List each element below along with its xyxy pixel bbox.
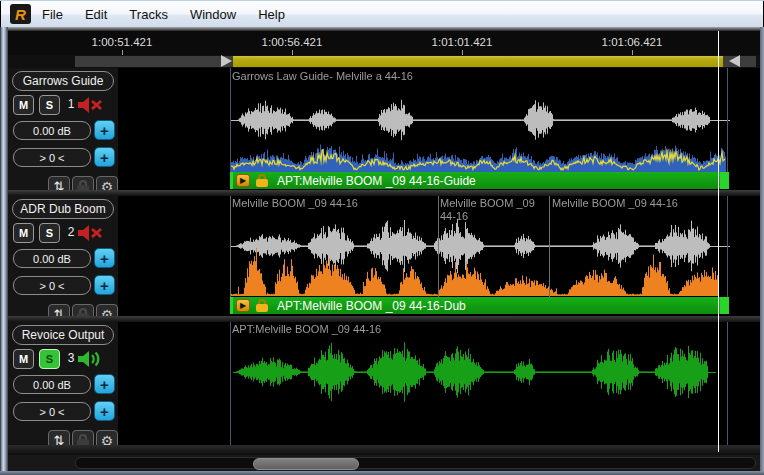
menu-file[interactable]: File	[31, 3, 74, 26]
clip-end-line	[727, 322, 728, 445]
scrollbar-thumb[interactable]	[253, 458, 359, 470]
time-label: 1:00:51.421	[92, 36, 153, 48]
selection-range-bar[interactable]	[233, 56, 723, 67]
menu-window[interactable]: Window	[179, 3, 247, 26]
clip-title: Garrows Law Guide- Melville a 44-16	[232, 70, 413, 82]
speaker-muted-icon[interactable]	[78, 224, 104, 242]
threshold-field[interactable]: > 0 <	[13, 276, 91, 295]
horizontal-scrollbar[interactable]	[75, 457, 756, 469]
track-row-dub: ADR Dub Boom M S 2 0.00 dB + > 0 < + ⇅ ⚙…	[8, 196, 760, 316]
playhead-line[interactable]	[718, 31, 719, 452]
gain-add-button[interactable]: +	[94, 120, 115, 140]
window-bottom-border	[0, 471, 764, 475]
clip-boundary-line	[438, 196, 439, 297]
selection-start-marker[interactable]	[221, 55, 232, 67]
track-name-button[interactable]: Garrows Guide	[12, 71, 114, 91]
gain-field[interactable]: 0.00 dB	[13, 249, 91, 268]
mute-button[interactable]: M	[13, 349, 34, 369]
speaker-on-icon[interactable]	[78, 350, 104, 368]
mute-button[interactable]: M	[13, 223, 34, 243]
bottom-divider	[8, 445, 760, 455]
play-icon[interactable]: ▶	[236, 299, 250, 312]
threshold-add-button[interactable]: +	[94, 401, 115, 421]
speaker-muted-icon[interactable]	[78, 96, 104, 114]
gain-field[interactable]: 0.00 dB	[13, 375, 91, 394]
window-right-border	[760, 27, 764, 475]
selection-end-marker[interactable]	[729, 55, 740, 67]
track-number: 3	[65, 351, 77, 365]
marker-bar[interactable]	[8, 55, 760, 68]
bar-cap	[720, 297, 729, 314]
session-area: 1:00:51.421 1:00:56.421 1:01:01.421 1:01…	[8, 31, 760, 471]
timeline-ruler[interactable]: 1:00:51.421 1:00:56.421 1:01:01.421 1:01…	[8, 31, 760, 55]
clip-title: Melville BOOM _09 44-16	[552, 197, 678, 209]
process-control-bar[interactable]: ▶ APT:Melville BOOM _09 44-16-Dub	[230, 297, 729, 314]
track-header: Revoice Output M S 3 0.00 dB + > 0 < + ⇅…	[8, 322, 118, 445]
menu-bar: R File Edit Tracks Window Help	[1, 1, 763, 27]
solo-button[interactable]: S	[39, 223, 60, 243]
process-control-bar[interactable]: ▶ APT:Melville BOOM _09 44-16-Guide	[230, 172, 729, 189]
time-label: 1:01:01.421	[432, 36, 493, 48]
clip-end-line	[727, 196, 728, 297]
track-name-button[interactable]: ADR Dub Boom	[12, 199, 114, 219]
clip-start-line	[230, 196, 231, 297]
clip-boundary-line	[549, 196, 550, 297]
waveform-canvas[interactable]	[118, 322, 760, 445]
track-row-guide: Garrows Guide M S 1 0.00 dB + > 0 < + ⇅ …	[8, 68, 760, 190]
lock-icon[interactable]	[255, 299, 269, 312]
track-header: Garrows Guide M S 1 0.00 dB + > 0 < + ⇅ …	[8, 68, 118, 190]
track-number: 1	[65, 97, 77, 111]
mute-button[interactable]: M	[13, 95, 34, 115]
bar-cap	[230, 297, 233, 314]
threshold-add-button[interactable]: +	[94, 275, 115, 295]
track-lane[interactable]: Melville BOOM _09 44-16 Melville BOOM _0…	[118, 196, 760, 316]
clip-start-line	[230, 322, 231, 445]
threshold-add-button[interactable]: +	[94, 147, 115, 167]
track-lane[interactable]: APT:Melville BOOM _09 44-16	[118, 322, 760, 445]
bar-cap	[230, 172, 233, 189]
time-label: 1:00:56.421	[262, 36, 323, 48]
solo-button[interactable]: S	[39, 95, 60, 115]
app-window: R File Edit Tracks Window Help 1:00:51.4…	[0, 0, 764, 475]
track-header: ADR Dub Boom M S 2 0.00 dB + > 0 < + ⇅ ⚙	[8, 196, 118, 316]
track-number: 2	[65, 225, 77, 239]
threshold-field[interactable]: > 0 <	[13, 402, 91, 421]
threshold-field[interactable]: > 0 <	[13, 148, 91, 167]
window-left-border	[0, 27, 8, 475]
gain-add-button[interactable]: +	[94, 374, 115, 394]
lock-icon[interactable]	[255, 174, 269, 187]
track-row-output: Revoice Output M S 3 0.00 dB + > 0 < + ⇅…	[8, 322, 760, 445]
menu-edit[interactable]: Edit	[74, 3, 118, 26]
gain-add-button[interactable]: +	[94, 248, 115, 268]
track-name-button[interactable]: Revoice Output	[12, 325, 114, 345]
solo-button[interactable]: S	[39, 349, 60, 369]
clip-start-line	[230, 68, 231, 172]
clip-title: Melville BOOM _09 44-16	[232, 197, 358, 209]
bar-cap	[720, 172, 729, 189]
play-icon[interactable]: ▶	[236, 174, 250, 187]
clip-end-line	[727, 68, 728, 172]
track-lane[interactable]: Garrows Law Guide- Melville a 44-16 ▶ AP…	[118, 68, 760, 190]
app-logo-icon[interactable]: R	[10, 4, 31, 24]
clip-title: APT:Melville BOOM _09 44-16	[232, 323, 381, 335]
menu-tracks[interactable]: Tracks	[118, 3, 179, 26]
clip-title: Melville BOOM _09 44-16	[440, 197, 540, 223]
menu-help[interactable]: Help	[247, 3, 296, 26]
time-label: 1:01:06.421	[602, 36, 663, 48]
gain-field[interactable]: 0.00 dB	[13, 121, 91, 140]
process-bar-label: APT:Melville BOOM _09 44-16-Dub	[277, 299, 466, 313]
scrollbar-row	[8, 455, 760, 471]
process-bar-label: APT:Melville BOOM _09 44-16-Guide	[277, 174, 476, 188]
